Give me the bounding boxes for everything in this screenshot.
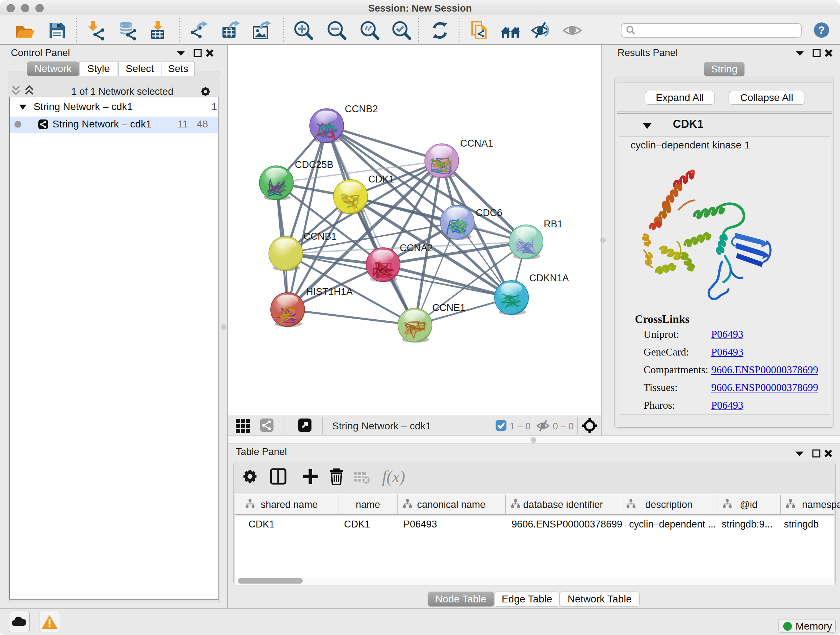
svg-text:CCNE1: CCNE1 bbox=[432, 302, 466, 313]
svg-text:CDKN1A: CDKN1A bbox=[529, 272, 569, 283]
svg-text:HIST1H1A: HIST1H1A bbox=[306, 287, 353, 297]
svg-text:RB1: RB1 bbox=[544, 219, 563, 230]
svg-text:CCNB1: CCNB1 bbox=[303, 231, 337, 242]
svg-text:CCNA1: CCNA1 bbox=[460, 138, 493, 149]
svg-text:CDK1: CDK1 bbox=[368, 174, 394, 185]
svg-text:CCNB2: CCNB2 bbox=[345, 103, 378, 114]
svg-text:CDC25B: CDC25B bbox=[295, 159, 333, 170]
svg-text:CCNA2: CCNA2 bbox=[400, 242, 433, 253]
svg-text:f(x): f(x) bbox=[382, 467, 405, 486]
svg-text:1 of 1 Network selected: 1 of 1 Network selected bbox=[71, 86, 173, 97]
svg-text:CDC6: CDC6 bbox=[476, 207, 502, 218]
